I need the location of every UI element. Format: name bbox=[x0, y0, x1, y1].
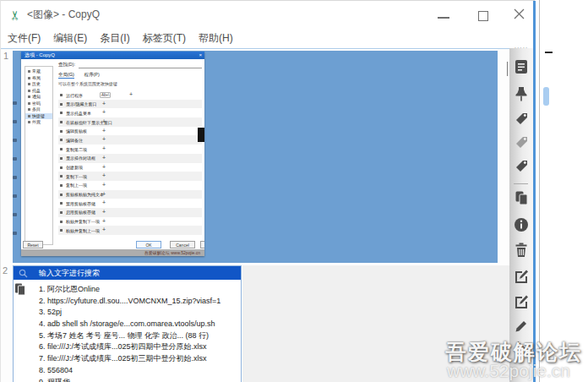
section-icon bbox=[28, 70, 30, 73]
menu-item[interactable]: 条目(I) bbox=[94, 31, 136, 46]
item-2-header: 输入文字进行搜索 bbox=[14, 266, 241, 280]
panel-scrollbar-thumb[interactable] bbox=[543, 87, 549, 106]
screenshot-root: ✂ <图像> - CopyQ 文件(F)编辑(E)条目(I)标签页(T)帮助(H… bbox=[0, 0, 588, 382]
notes-icon[interactable] bbox=[513, 58, 530, 75]
shortcut-label: 剪贴板粘贴为纯文本 bbox=[66, 192, 104, 197]
dialog-sidebar-item: 托盘 bbox=[25, 88, 52, 95]
image-noise bbox=[13, 176, 17, 179]
shortcut-label: 运行程序 bbox=[66, 93, 83, 98]
item-1-image[interactable]: 选项 - CopyQ × 常规布局历史托盘通知密码条目快捷键外观 查找(D): … bbox=[13, 51, 498, 263]
add-shortcut-icon: + bbox=[102, 155, 106, 161]
edit-external-icon[interactable] bbox=[513, 267, 530, 284]
add-shortcut-icon: + bbox=[102, 199, 106, 205]
shortcut-label: 启用剪贴板存储 bbox=[66, 210, 95, 215]
dialog-sidebar-item: 外观 bbox=[25, 119, 52, 126]
shortcut-icon bbox=[60, 139, 63, 141]
image-noise bbox=[13, 157, 17, 161]
shortcut-icon bbox=[60, 211, 63, 214]
drag-handle-icon[interactable]: ····· bbox=[509, 45, 533, 51]
section-icon bbox=[28, 102, 30, 105]
list-scrollbar[interactable] bbox=[507, 62, 508, 76]
panel-dash-icon bbox=[545, 52, 553, 53]
dialog-close-icon: × bbox=[199, 52, 202, 59]
clipboard-line: 3. 52pj bbox=[39, 307, 239, 319]
menu-bar: 文件(F)编辑(E)条目(I)标签页(T)帮助(H) bbox=[1, 28, 535, 48]
image-noise bbox=[13, 101, 17, 105]
close-button[interactable] bbox=[505, 1, 531, 26]
dialog-cancel-button: Cancel bbox=[170, 241, 195, 248]
shortcut-label: 粘贴并复制下一项 bbox=[66, 219, 100, 224]
menu-item[interactable]: 标签页(T) bbox=[137, 31, 193, 46]
window-right-border bbox=[533, 1, 536, 382]
shortcut-label: 复制第二项 bbox=[66, 147, 87, 152]
pencil-icon[interactable] bbox=[513, 318, 530, 335]
close-icon bbox=[505, 1, 531, 26]
shortcut-icon bbox=[60, 94, 63, 96]
add-shortcut-icon: + bbox=[102, 136, 106, 142]
trash-icon[interactable] bbox=[513, 242, 530, 259]
shortcut-row: 复制上一项 + bbox=[58, 181, 202, 190]
tag-icon-2[interactable] bbox=[513, 157, 530, 174]
dialog-shortcut-table: 运行程序 Alt+\ + 显示/隐藏主窗口 + bbox=[58, 90, 202, 235]
add-shortcut-icon: + bbox=[102, 172, 106, 178]
add-shortcut-icon: + bbox=[102, 118, 106, 124]
shortcut-icon bbox=[60, 112, 63, 114]
shortcut-icon bbox=[60, 184, 63, 187]
clipboard-line: 2. https://cyfuture.dl.sou....VOMCNXM_15… bbox=[39, 296, 239, 308]
add-shortcut-icon: + bbox=[102, 101, 106, 106]
shortcut-label: 粘贴并复制上一项 bbox=[66, 228, 100, 233]
clipboard-line: 8. 556804 bbox=[39, 365, 239, 377]
menu-item[interactable]: 帮助(H) bbox=[193, 31, 240, 46]
clipboard-line: 7. file:///J:/考试成绩库...025初三期中登分初始.xlsx bbox=[39, 353, 239, 365]
add-shortcut-icon: + bbox=[102, 164, 106, 170]
edit-external-icon-2[interactable] bbox=[513, 292, 530, 309]
image-noise bbox=[13, 194, 17, 198]
shortcut-icon bbox=[60, 229, 63, 232]
shortcut-icon bbox=[60, 148, 63, 150]
shortcut-row: 启用剪贴板存储 + bbox=[58, 208, 202, 217]
clipboard-line: 5. 考场7 姓名 考号 座号... 物理 化学 政治... (88 行) bbox=[39, 330, 239, 342]
image-noise bbox=[13, 213, 17, 216]
shortcut-icon bbox=[60, 221, 63, 223]
dialog-search-underline bbox=[79, 68, 202, 68]
item-2-lines: 1. 阿尔比恩Online2. https://cyfuture.dl.sou.… bbox=[39, 284, 239, 382]
section-icon bbox=[28, 115, 30, 117]
panel-divider bbox=[539, 0, 540, 382]
menu-item[interactable]: 编辑(E) bbox=[47, 31, 94, 46]
maximize-button[interactable] bbox=[468, 1, 493, 26]
image-noise bbox=[13, 120, 17, 123]
dialog-sidebar-item: 快捷键 bbox=[25, 113, 52, 120]
dialog-search-label: 查找(D): bbox=[58, 62, 75, 67]
shortcut-badge: Alt+\ bbox=[100, 92, 111, 98]
tag-muted-icon[interactable] bbox=[513, 134, 530, 150]
shortcut-label: 复制上一项 bbox=[66, 183, 87, 188]
dialog-tabs: 全局(G) 程序(P) bbox=[58, 72, 108, 78]
add-shortcut-icon: + bbox=[102, 128, 106, 134]
copyq-app-icon: ✂ bbox=[8, 7, 22, 20]
item-2-text[interactable]: 输入文字进行搜索 1. 阿尔比恩Online2. https://cyfutur… bbox=[13, 265, 242, 382]
shortcut-row: 粘贴并复制下一项 + bbox=[58, 217, 202, 226]
dialog-footer-watermark: 吾爱破解论坛 www.52pojie.cn bbox=[21, 249, 204, 256]
shortcut-label: 禁用剪贴板存储 bbox=[66, 201, 95, 206]
shortcut-row: 在鼠标指针下显示主窗口 + bbox=[58, 117, 202, 127]
title-bar[interactable]: ✂ <图像> - CopyQ bbox=[1, 1, 536, 28]
minimize-button[interactable] bbox=[427, 1, 453, 26]
shortcut-row: 运行程序 Alt+\ + bbox=[58, 90, 202, 100]
shortcut-label: 编辑备注 bbox=[66, 138, 83, 143]
shortcut-row: 创建新项 + bbox=[58, 163, 202, 172]
info-icon[interactable] bbox=[513, 216, 530, 233]
toolbar-divider bbox=[514, 183, 528, 184]
shortcut-row: 复制第二项 + bbox=[58, 145, 202, 154]
copy-icon[interactable] bbox=[513, 189, 530, 206]
tag-icon[interactable] bbox=[513, 110, 530, 127]
copyq-window: ✂ <图像> - CopyQ 文件(F)编辑(E)条目(I)标签页(T)帮助(H… bbox=[0, 0, 535, 382]
window-title: <图像> - CopyQ bbox=[27, 8, 100, 22]
clipboard-line: 9. 程琪华 bbox=[39, 377, 239, 382]
dialog-sidebar-item: 布局 bbox=[25, 75, 52, 82]
clipboard-line: 1. 阿尔比恩Online bbox=[39, 284, 239, 296]
dialog-sidebar-item: 历史 bbox=[25, 81, 52, 88]
menu-item[interactable]: 文件(F) bbox=[2, 31, 47, 46]
pin-icon[interactable] bbox=[513, 85, 530, 102]
dialog-hint: 可以在整个系统范围更改快捷键 bbox=[58, 81, 117, 86]
shortcut-icon bbox=[60, 166, 63, 169]
